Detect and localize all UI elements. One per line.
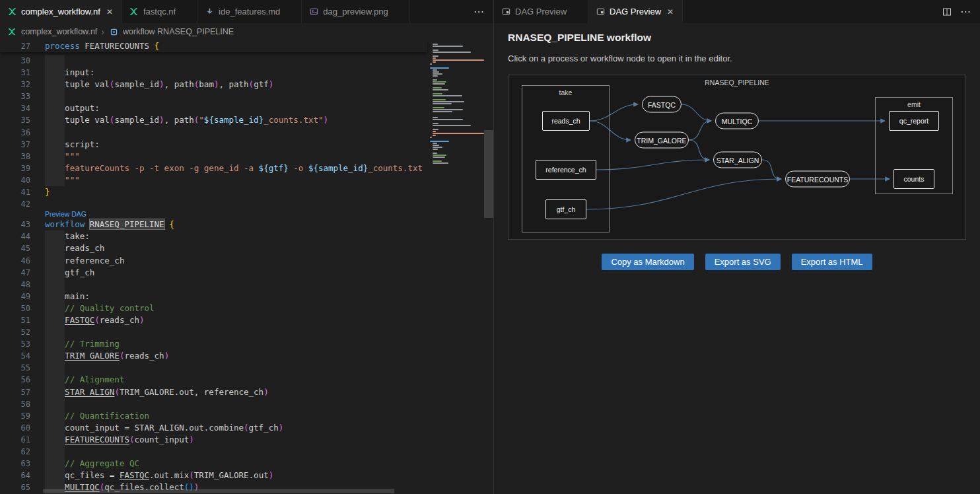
- code-line[interactable]: [45, 127, 427, 139]
- code-line[interactable]: FASTQC(reads_ch): [45, 314, 427, 326]
- code-line[interactable]: process FEATURECOUNTS {: [45, 40, 427, 52]
- export-as-html-button[interactable]: Export as HTML: [792, 254, 872, 270]
- code-line[interactable]: // Quality control: [45, 302, 427, 314]
- indent-highlight: [45, 114, 65, 126]
- code-line[interactable]: reference_ch: [45, 255, 427, 267]
- workflow-symbol-icon: [108, 26, 119, 37]
- copy-as-markdown-button[interactable]: Copy as Markdown: [602, 254, 693, 270]
- code-line[interactable]: tuple val(sample_id), path("${sample_id}…: [45, 114, 427, 126]
- tab-dag-preview[interactable]: DAG Preview: [494, 0, 588, 23]
- close-icon[interactable]: ✕: [104, 7, 115, 17]
- dag-node-gtf_ch[interactable]: gtf_ch: [545, 199, 586, 219]
- dag-edge-TRIM_GALORE-MULTIQC: [689, 121, 711, 140]
- code-line[interactable]: [45, 198, 427, 210]
- dag-node-FEATURECOUNTS[interactable]: FEATURECOUNTS: [785, 171, 850, 188]
- close-icon[interactable]: ✕: [665, 7, 676, 17]
- code-line[interactable]: main:: [45, 291, 427, 302]
- code-line[interactable]: // Trimming: [45, 338, 427, 350]
- code-line[interactable]: input:: [45, 67, 427, 79]
- dag-node-STAR_ALIGN[interactable]: STAR_ALIGN: [713, 152, 762, 168]
- code-line[interactable]: [45, 362, 427, 374]
- code-row: 48: [0, 279, 427, 291]
- code-line[interactable]: workflow RNASEQ_PIPELINE {: [45, 219, 427, 230]
- breadcrumb-symbol[interactable]: workflow RNASEQ_PIPELINE: [123, 27, 234, 36]
- code-line[interactable]: [45, 398, 427, 410]
- code-line[interactable]: gtf_ch: [45, 267, 427, 279]
- code-line[interactable]: tuple val(sample_id), path(bam), path(gt…: [45, 79, 427, 90]
- line-number: 41: [0, 186, 30, 198]
- indent-highlight: [45, 422, 65, 434]
- dag-edge-FASTQC-MULTIQC: [682, 104, 711, 121]
- code-row: 37 script:: [0, 139, 427, 151]
- code-row: 44 take:: [0, 230, 427, 242]
- sticky-scroll-line[interactable]: 27process FEATURECOUNTS {: [0, 40, 427, 52]
- line-number: 34: [0, 102, 30, 114]
- horizontal-scrollbar[interactable]: [43, 489, 394, 493]
- code-line[interactable]: // Aggregate QC: [45, 458, 427, 470]
- code-lines: 3031 input:32 tuple val(sample_id), path…: [0, 40, 427, 494]
- code-row: 46 reference_ch: [0, 255, 427, 267]
- code-line[interactable]: """: [45, 174, 427, 186]
- code-row: 32 tuple val(sample_id), path(bam), path…: [0, 79, 427, 90]
- dag-cluster-label: emit: [876, 100, 952, 108]
- dag-node-reference_ch[interactable]: reference_ch: [536, 160, 596, 180]
- dag-node-reads_ch[interactable]: reads_ch: [542, 111, 590, 131]
- code-line[interactable]: // Quantification: [45, 410, 427, 422]
- dag-node-TRIM_GALORE[interactable]: TRIM_GALORE: [635, 132, 689, 149]
- line-number: 35: [0, 114, 30, 126]
- code-line[interactable]: TRIM_GALORE(reads_ch): [45, 350, 427, 362]
- dag-node-FASTQC[interactable]: FASTQC: [642, 96, 682, 113]
- code-line[interactable]: [45, 90, 427, 102]
- dag-node-MULTIQC[interactable]: MULTIQC: [715, 113, 759, 129]
- dag-edge-gtf_ch-FEATURECOUNTS: [586, 179, 781, 209]
- tab-dag-preview[interactable]: DAG Preview✕: [588, 0, 683, 23]
- export-as-svg-button[interactable]: Export as SVG: [705, 254, 781, 270]
- code-row: 35 tuple val(sample_id), path("${sample_…: [0, 114, 427, 126]
- dag-node-qc_report[interactable]: qc_report: [889, 111, 939, 131]
- line-number: 59: [0, 410, 30, 422]
- tab-ide-features-md[interactable]: ide_features.md: [197, 0, 302, 23]
- split-editor-button[interactable]: [942, 7, 952, 17]
- tab-dag-preview-png[interactable]: dag_preview.png: [302, 0, 409, 23]
- code-line[interactable]: """: [45, 151, 427, 162]
- dag-edge-TRIM_GALORE-STAR_ALIGN: [689, 140, 709, 160]
- line-number: 62: [0, 446, 30, 458]
- indent-highlight: [45, 255, 65, 267]
- code-line[interactable]: STAR_ALIGN(TRIM_GALORE.out, reference_ch…: [45, 386, 427, 398]
- code-line[interactable]: [45, 279, 427, 291]
- code-line[interactable]: script:: [45, 139, 427, 151]
- code-line[interactable]: qc_files = FASTQC.out.mix(TRIM_GALORE.ou…: [45, 470, 427, 481]
- tab-fastqc-nf[interactable]: fastqc.nf: [122, 0, 197, 23]
- code-line[interactable]: [45, 446, 427, 458]
- editor-group-right: DAG PreviewDAG Preview✕ ⋯ RNASEQ_PIPELIN…: [494, 0, 980, 494]
- tab-complex-workflow-nf[interactable]: complex_workflow.nf✕: [0, 0, 122, 23]
- breadcrumb: complex_workflow.nf › workflow RNASEQ_PI…: [0, 23, 493, 40]
- code-editor[interactable]: 3031 input:32 tuple val(sample_id), path…: [0, 40, 493, 494]
- breadcrumb-file[interactable]: complex_workflow.nf: [21, 27, 97, 36]
- line-number: 38: [0, 151, 30, 162]
- indent-highlight: [45, 326, 65, 338]
- line-number: 33: [0, 90, 30, 102]
- indent-highlight: [45, 338, 65, 350]
- minimap[interactable]: [427, 40, 484, 494]
- code-line[interactable]: output:: [45, 102, 427, 114]
- code-row: 39 featureCounts -p -t exon -g gene_id -…: [0, 162, 427, 174]
- code-line[interactable]: FEATURECOUNTS(count_input): [45, 434, 427, 446]
- codelens-preview-dag[interactable]: Preview DAG: [45, 210, 427, 219]
- dag-node-counts[interactable]: counts: [893, 169, 934, 189]
- code-line[interactable]: count_input = STAR_ALIGN.out.combine(gtf…: [45, 422, 427, 434]
- code-line[interactable]: }: [45, 186, 427, 198]
- code-line[interactable]: // Alignment: [45, 374, 427, 386]
- tab-overflow-button[interactable]: ⋯: [464, 0, 493, 23]
- code-line[interactable]: featureCounts -p -t exon -g gene_id -a $…: [45, 162, 427, 174]
- line-number: 39: [0, 162, 30, 174]
- code-line[interactable]: reads_ch: [45, 242, 427, 254]
- code-line[interactable]: [45, 326, 427, 338]
- code-line[interactable]: take:: [45, 230, 427, 242]
- vertical-scrollbar[interactable]: [484, 130, 493, 218]
- more-actions-button[interactable]: ⋯: [960, 5, 971, 18]
- line-number: 57: [0, 386, 30, 398]
- line-number: 58: [0, 398, 30, 410]
- code-line[interactable]: [45, 55, 427, 67]
- line-number: 53: [0, 338, 30, 350]
